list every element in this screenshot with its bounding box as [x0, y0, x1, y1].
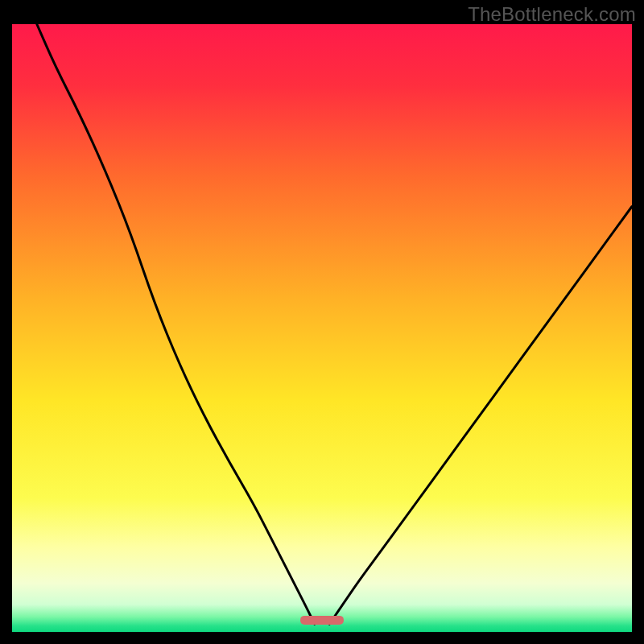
optimal-marker [300, 616, 344, 625]
watermark-text: TheBottleneck.com [468, 3, 636, 26]
plot-gradient-background [12, 24, 632, 632]
chart-container: { "watermark": "TheBottleneck.com", "cha… [0, 0, 644, 644]
bottleneck-chart [0, 0, 644, 644]
